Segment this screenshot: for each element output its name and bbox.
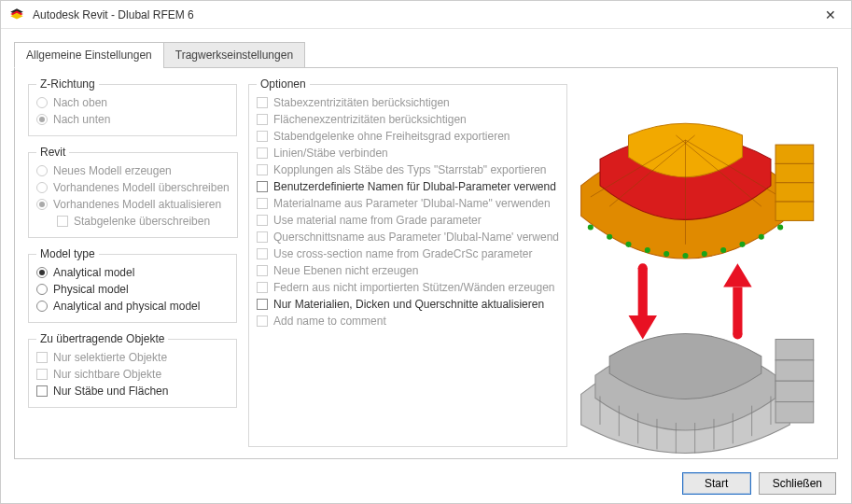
check-opt-cs-dlubal-name: Querschnittsname aus Parameter 'Dlubal-N… xyxy=(257,229,559,245)
svg-rect-20 xyxy=(775,163,814,182)
check-transfer-bars[interactable]: Nur Stäbe und Flächen xyxy=(36,383,229,399)
radio-label: Analytical model xyxy=(53,266,134,279)
checkbox-label: Stabendgelenke ohne Freiheitsgrad export… xyxy=(273,130,510,143)
radio-icon xyxy=(36,199,48,210)
window-title: Autodesk Revit - Dlubal RFEM 6 xyxy=(33,8,817,21)
svg-rect-42 xyxy=(775,402,814,423)
checkbox-label: Nur Materialien, Dicken und Querschnitte… xyxy=(273,298,544,311)
checkbox-icon xyxy=(257,114,268,125)
radio-icon xyxy=(36,97,48,108)
svg-point-14 xyxy=(702,251,707,257)
left-column: Z-Richtung Nach oben Nach unten Revit Ne… xyxy=(22,77,243,447)
check-opt-no-new-levels: Neue Ebenen nicht erzeugen xyxy=(257,262,559,279)
radio-label: Physical model xyxy=(53,283,129,296)
check-opt-custom-names[interactable]: Benutzerdefinierte Namen für Dlubal-Para… xyxy=(257,178,559,195)
checkbox-icon xyxy=(257,231,268,243)
radio-label: Nach oben xyxy=(53,96,107,109)
svg-point-16 xyxy=(739,242,745,247)
radio-z-up: Nach oben xyxy=(36,94,229,111)
close-icon[interactable]: ✕ xyxy=(817,4,844,26)
z-direction-legend: Z-Richtung xyxy=(36,77,99,91)
checkbox-label: Nur selektierte Objekte xyxy=(53,351,167,364)
svg-point-15 xyxy=(720,247,726,253)
svg-point-25 xyxy=(638,263,648,273)
tab-panel-general: Z-Richtung Nach oben Nach unten Revit Ne… xyxy=(14,67,838,459)
checkbox-icon xyxy=(257,97,268,108)
check-opt-cs-grade: Use cross-section name from GradeCrSc pa… xyxy=(257,245,559,262)
start-button[interactable]: Start xyxy=(682,472,751,495)
dialog-footer: Start Schließen xyxy=(14,459,838,495)
svg-point-18 xyxy=(777,224,783,230)
radio-label: Nach unten xyxy=(53,113,110,126)
checkbox-icon xyxy=(257,248,268,259)
radio-z-down: Nach unten xyxy=(36,111,229,128)
checkbox-label: Stabexzentrizitäten berücksichtigen xyxy=(273,96,450,109)
model-type-legend: Model type xyxy=(36,247,99,260)
illustration-pane xyxy=(541,77,830,447)
radio-icon xyxy=(36,182,48,193)
checkbox-icon xyxy=(57,216,68,227)
group-options: Optionen Stabexzentrizitäten berücksicht… xyxy=(248,77,567,447)
checkbox-label: Flächenexzentrizitäten berücksichtigen xyxy=(273,113,467,126)
checkbox-label: Nur Stäbe und Flächen xyxy=(53,385,168,398)
radio-icon xyxy=(36,267,48,278)
radio-revit-overwrite: Vorhandenes Modell überschreiben xyxy=(36,179,230,196)
svg-point-10 xyxy=(625,242,631,247)
checkbox-label: Federn aus nicht importierten Stützen/Wä… xyxy=(273,281,555,294)
radio-label: Neues Modell erzeugen xyxy=(53,164,172,177)
checkbox-label: Add name to comment xyxy=(273,315,386,328)
arrow-down-icon xyxy=(628,263,656,339)
svg-point-11 xyxy=(645,247,650,253)
group-model-type: Model type Analytical model Physical mod… xyxy=(28,247,237,323)
radio-icon xyxy=(36,284,48,295)
radio-revit-new: Neues Modell erzeugen xyxy=(36,162,230,179)
checkbox-icon xyxy=(36,369,48,380)
svg-point-13 xyxy=(682,253,688,259)
checkbox-icon xyxy=(257,299,268,310)
check-opt-couplings-rigid: Kopplungen als Stäbe des Typs "Starrstab… xyxy=(257,161,559,178)
checkbox-label: Querschnittsname aus Parameter 'Dlubal-N… xyxy=(273,231,559,244)
svg-rect-19 xyxy=(775,145,814,163)
svg-point-9 xyxy=(607,234,612,240)
radio-icon xyxy=(36,301,48,312)
checkbox-icon xyxy=(257,164,268,175)
svg-point-8 xyxy=(588,224,594,230)
check-opt-springs: Federn aus nicht importierten Stützen/Wä… xyxy=(257,279,559,296)
svg-point-28 xyxy=(733,329,742,339)
svg-rect-41 xyxy=(775,381,814,401)
check-opt-only-materials[interactable]: Nur Materialien, Dicken und Querschnitte… xyxy=(257,296,559,313)
tabstrip: Allgemeine Einstellungen Tragwerkseinste… xyxy=(14,42,838,68)
checkbox-label: Nur sichtbare Objekte xyxy=(53,368,161,381)
checkbox-label: Kopplungen als Stäbe des Typs "Starrstab… xyxy=(273,163,546,176)
svg-rect-39 xyxy=(775,339,814,359)
svg-rect-23 xyxy=(638,268,648,315)
svg-marker-24 xyxy=(628,315,656,339)
tab-general[interactable]: Allgemeine Einstellungen xyxy=(14,42,164,68)
checkbox-label: Neue Ebenen nicht erzeugen xyxy=(273,264,418,277)
radio-model-physical[interactable]: Physical model xyxy=(36,281,229,298)
checkbox-icon xyxy=(257,315,268,327)
options-legend: Optionen xyxy=(257,77,310,91)
checkbox-label: Stabgelenke überschreiben xyxy=(74,215,210,228)
checkbox-label: Use cross-section name from GradeCrSc pa… xyxy=(273,247,532,260)
checkbox-icon xyxy=(257,215,268,226)
svg-rect-21 xyxy=(775,183,814,202)
check-transfer-selected: Nur selektierte Objekte xyxy=(36,349,229,366)
checkbox-icon xyxy=(257,181,268,192)
arrow-up-icon xyxy=(723,263,751,339)
revit-legend: Revit xyxy=(36,146,69,159)
check-opt-surface-ecc: Flächenexzentrizitäten berücksichtigen xyxy=(257,111,559,128)
middle-column: Optionen Stabexzentrizitäten berücksicht… xyxy=(243,77,541,447)
tab-structural[interactable]: Tragwerkseinstellungen xyxy=(163,42,305,68)
group-revit: Revit Neues Modell erzeugen Vorhandenes … xyxy=(28,146,238,238)
radio-revit-update: Vorhandenes Modell aktualisieren xyxy=(36,196,230,213)
radio-icon xyxy=(36,114,48,125)
svg-rect-40 xyxy=(775,360,814,381)
close-button[interactable]: Schließen xyxy=(759,472,836,495)
radio-model-analytical[interactable]: Analytical model xyxy=(36,264,229,281)
app-icon xyxy=(8,7,25,23)
svg-point-12 xyxy=(663,251,669,257)
check-opt-end-hinges: Stabendgelenke ohne Freiheitsgrad export… xyxy=(257,128,559,145)
radio-model-both[interactable]: Analytical and physical model xyxy=(36,298,229,315)
check-opt-mat-grade: Use material name from Grade parameter xyxy=(257,212,559,229)
